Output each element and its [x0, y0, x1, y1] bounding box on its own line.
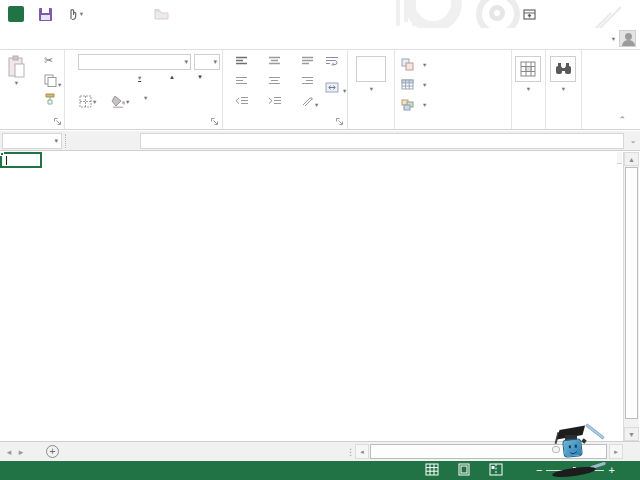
- number-format-button[interactable]: ▾: [356, 56, 386, 93]
- customize-qat-button[interactable]: [180, 4, 200, 24]
- font-dialog-launcher[interactable]: [210, 117, 219, 126]
- wrap-text-icon: [325, 56, 339, 66]
- cells-button[interactable]: ▾: [515, 56, 541, 93]
- insert-function-button[interactable]: [116, 133, 138, 149]
- cut-button[interactable]: ✂: [44, 54, 53, 67]
- orientation-button[interactable]: ▾: [301, 96, 318, 109]
- zoom-slider[interactable]: [546, 470, 604, 471]
- decor-stripe: [412, 0, 416, 26]
- top-align-button[interactable]: [235, 56, 248, 68]
- percent-icon: [356, 56, 386, 82]
- name-box[interactable]: ▾: [2, 133, 62, 149]
- zoom-in-button[interactable]: +: [608, 464, 614, 476]
- close-button[interactable]: [614, 3, 636, 25]
- clipboard-dialog-launcher[interactable]: [53, 117, 62, 126]
- touch-mode-button[interactable]: ▾: [64, 4, 84, 24]
- touch-hand-icon: [65, 7, 79, 21]
- bottom-align-button[interactable]: [301, 56, 314, 68]
- collapse-ribbon-button[interactable]: ⌃: [618, 115, 626, 125]
- save-icon: [39, 8, 52, 21]
- alignment-group: ▾ ▾: [223, 50, 348, 129]
- format-painter-icon: [44, 92, 57, 105]
- shrink-font-button[interactable]: ▼: [197, 74, 203, 80]
- ribbon-display-options-button[interactable]: [518, 3, 540, 25]
- paste-button[interactable]: ▾: [6, 55, 26, 87]
- vertical-scroll-thumb[interactable]: [625, 167, 638, 419]
- grow-font-button[interactable]: ▲: [169, 74, 175, 80]
- enter-button[interactable]: [94, 133, 116, 149]
- cancel-button[interactable]: [72, 133, 94, 149]
- horizontal-scrollbar[interactable]: ◂ ▸: [355, 444, 623, 460]
- wrap-text-button[interactable]: [325, 56, 339, 68]
- sheet-nav-right[interactable]: ▸: [12, 447, 30, 457]
- styles-group: ▾ ▾ ▾: [395, 50, 512, 129]
- save-button[interactable]: [35, 4, 55, 24]
- align-center-button[interactable]: [268, 76, 281, 88]
- page-layout-view-button[interactable]: [457, 463, 471, 476]
- decrease-indent-button[interactable]: [235, 96, 249, 108]
- format-as-table-button[interactable]: ▾: [395, 75, 512, 94]
- decor-stripe: [396, 0, 400, 26]
- account-area[interactable]: ▾: [607, 30, 636, 47]
- fill-color-button[interactable]: ▾: [111, 95, 129, 108]
- cell-styles-icon: [401, 98, 414, 111]
- paste-icon: [6, 55, 26, 79]
- normal-view-button[interactable]: [425, 463, 439, 476]
- align-right-button[interactable]: [301, 76, 314, 88]
- active-cell-editor[interactable]: [0, 152, 42, 168]
- conditional-formatting-button[interactable]: ▾: [395, 55, 512, 74]
- middle-align-icon: [268, 56, 281, 66]
- clipboard-group: ▾ ✂ ▾: [0, 50, 65, 129]
- scroll-left-button[interactable]: ◂: [355, 444, 369, 459]
- zoom-slider-thumb[interactable]: [573, 467, 576, 474]
- open-button[interactable]: [151, 4, 171, 24]
- scroll-down-button[interactable]: ▼: [624, 427, 639, 441]
- editing-group: ▾: [546, 50, 582, 129]
- underline-button[interactable]: ▾: [137, 74, 141, 82]
- status-bar: − +: [0, 461, 640, 480]
- restore-button[interactable]: [582, 3, 604, 25]
- zoom-out-button[interactable]: −: [536, 464, 542, 476]
- align-left-button[interactable]: [235, 76, 248, 88]
- scroll-up-button[interactable]: ▲: [624, 152, 639, 166]
- orientation-icon: [301, 96, 314, 107]
- cell-styles-button[interactable]: ▾: [395, 95, 512, 114]
- font-color-button[interactable]: ▾: [143, 94, 147, 102]
- increase-indent-button[interactable]: [268, 96, 282, 108]
- redo-button[interactable]: [122, 4, 142, 24]
- expand-formula-bar-button[interactable]: ⌄: [626, 136, 640, 145]
- excel-app-icon[interactable]: [6, 4, 26, 24]
- cells-icon: [520, 61, 536, 77]
- minimize-button[interactable]: [550, 3, 572, 25]
- formula-bar-separator: [65, 134, 69, 148]
- undo-button[interactable]: [93, 4, 113, 24]
- top-align-icon: [235, 56, 248, 66]
- chevron-down-icon: ▾: [423, 81, 426, 89]
- horizontal-scroll-thumb[interactable]: [370, 444, 607, 459]
- formula-input[interactable]: [140, 133, 624, 149]
- copy-button[interactable]: ▾: [44, 74, 61, 89]
- borders-button[interactable]: ▾: [79, 95, 96, 108]
- increase-indent-icon: [268, 96, 282, 106]
- new-sheet-button[interactable]: +: [46, 445, 59, 458]
- scissors-icon: ✂: [44, 54, 53, 66]
- alignment-dialog-launcher[interactable]: [335, 117, 344, 126]
- page-break-view-button[interactable]: [489, 463, 503, 476]
- title-bar: ▾: [0, 0, 640, 28]
- editing-button[interactable]: ▾: [550, 56, 576, 93]
- scroll-right-button[interactable]: ▸: [609, 444, 623, 459]
- middle-align-button[interactable]: [268, 56, 281, 68]
- font-size-select[interactable]: ▾: [194, 54, 220, 70]
- zoom-control: − +: [536, 464, 615, 476]
- help-button[interactable]: [486, 3, 508, 25]
- chevron-down-icon: ▾: [54, 137, 58, 145]
- binoculars-icon: [555, 62, 572, 76]
- decor-stripe: [404, 0, 408, 22]
- vertical-scrollbar[interactable]: ▲ ▼: [623, 152, 639, 441]
- decrease-indent-icon: [235, 96, 249, 106]
- font-family-select[interactable]: ▾: [78, 54, 191, 70]
- fill-handle[interactable]: [0, 152, 4, 156]
- merge-center-button[interactable]: ▾: [325, 82, 346, 95]
- align-left-icon: [235, 76, 248, 86]
- format-painter-button[interactable]: [44, 92, 57, 107]
